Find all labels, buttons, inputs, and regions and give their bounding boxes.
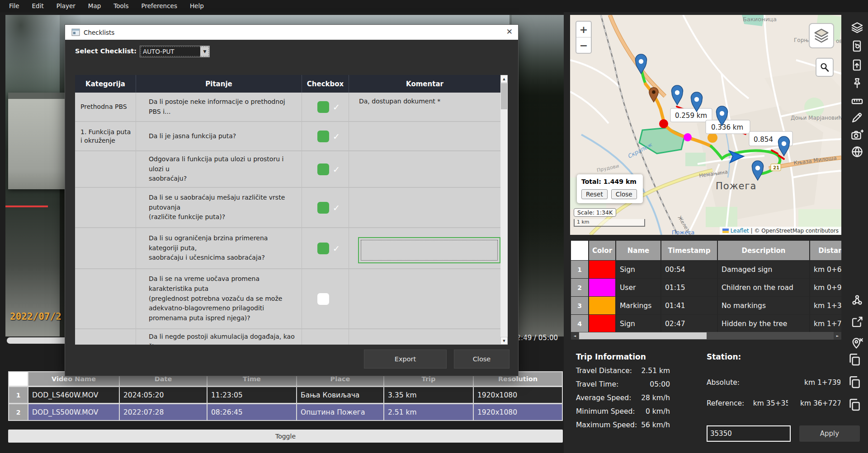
zoom-in-button[interactable]: + [576,22,591,37]
station-input[interactable]: 35350 [707,425,791,442]
copy-station-button[interactable] [848,353,861,366]
map-view[interactable]: Бакионица Горњ ов Доњи Марјановић Пожега… [570,15,841,235]
layers-tool-button[interactable] [850,20,864,35]
cell-timestamp[interactable]: 01:41 [661,297,717,314]
menu-player[interactable]: Player [50,0,82,12]
cell-description[interactable]: Damaged sign [718,261,809,278]
draw-tool-button[interactable] [850,110,864,125]
snapshot-button[interactable] [850,128,864,142]
event-row[interactable]: 4 Sign 02:47 Hidden by the tree km 1+73 [571,315,841,332]
checkbox[interactable] [317,163,329,175]
cell-timestamp[interactable]: 01:15 [661,279,717,296]
col-description[interactable]: Description [718,241,809,260]
cell-trip[interactable]: 3.35 km [384,387,474,403]
map-event-dot-red[interactable] [659,119,668,128]
video-row-2-selected[interactable]: 2 DOD_LS500W.MOV 2022:07:28 08:26:45 Опш… [9,404,562,420]
dialog-close-button[interactable]: Close [454,350,509,369]
open-external-button[interactable] [850,315,864,329]
copy-absolute-button[interactable] [848,375,861,389]
menu-tools[interactable]: Tools [107,0,135,12]
toggle-button[interactable]: Toggle [8,430,563,443]
col-color[interactable]: Color [589,241,615,260]
dialog-title-bar[interactable]: Checklists ✕ [65,25,518,40]
pin-tool-button[interactable] [850,76,864,90]
cell-komentar[interactable] [349,329,500,345]
event-row[interactable]: 1 Sign 00:54 Damaged sign km 0+60 [571,261,841,278]
cell-name[interactable]: Sign [616,315,660,332]
zoom-out-button[interactable]: − [576,37,591,53]
menu-file[interactable]: File [3,0,26,12]
col-timestamp[interactable]: Timestamp [661,241,717,260]
checklist-dropdown[interactable]: AUTO-PUT ▼ [140,46,210,57]
cell-timestamp[interactable]: 02:47 [661,315,717,332]
remove-marker-button[interactable] [850,336,864,350]
menu-help[interactable]: Help [184,0,210,12]
cell-place[interactable]: Општина Пожега [297,404,384,420]
menu-preferences[interactable]: Preferences [135,0,184,12]
cell-name[interactable]: Markings [616,297,660,314]
cell-description[interactable]: Children on the road [718,279,809,296]
export-button[interactable]: Export [364,350,447,369]
cell-resolution[interactable]: 1920x1080 [474,404,562,420]
share-button[interactable] [850,293,864,307]
route-close-button[interactable]: Close [611,189,637,199]
cell-video-name[interactable]: DOD_LS460W.MOV [28,387,120,403]
scrollbar-thumb[interactable] [501,83,507,109]
scrollbar-thumb[interactable] [579,332,707,339]
route-reset-button[interactable]: Reset [581,189,608,199]
comment-textarea[interactable] [358,237,500,263]
col-name[interactable]: Name [616,241,660,260]
scroll-right-icon[interactable]: ► [834,332,841,340]
cell-timestamp[interactable]: 00:54 [661,261,717,278]
leaflet-link[interactable]: Leaflet [731,228,749,234]
file-refresh-button[interactable] [850,39,864,53]
cell-distance[interactable]: km 0+60 [810,261,841,278]
cell-date[interactable]: 2022:07:28 [120,404,208,420]
checkbox[interactable] [317,131,329,142]
checkbox[interactable] [317,293,329,305]
map-layers-button[interactable] [809,23,834,48]
file-upload-button[interactable] [850,58,864,72]
checklist-scrollbar[interactable]: ▲ ▼ [500,75,508,345]
cell-komentar[interactable] [349,151,500,187]
cell-trip[interactable]: 2.51 km [384,404,474,420]
copy-reference-button[interactable] [848,398,861,411]
scroll-down-icon[interactable]: ▼ [500,337,508,345]
cell-distance[interactable]: km 1+33 [810,297,841,314]
menu-map[interactable]: Map [82,0,108,12]
col-distance[interactable]: Distance [810,241,841,260]
map-search-button[interactable] [816,58,834,77]
map-event-dot-magenta[interactable] [684,133,692,141]
measure-tool-button[interactable] [850,94,864,108]
cell-resolution[interactable]: 1920x1080 [474,387,562,403]
cell-video-name[interactable]: DOD_LS500W.MOV [28,404,120,420]
cell-place[interactable]: Бања Ковиљача [297,387,384,403]
checkbox[interactable] [317,101,329,113]
cell-distance[interactable]: km 1+73 [810,315,841,332]
video-row-1[interactable]: 1 DOD_LS460W.MOV 2024:05:20 11:23:05 Бањ… [9,387,562,403]
cell-komentar[interactable] [349,122,500,150]
event-row[interactable]: 2 User 01:15 Children on the road km 0+9… [571,279,841,296]
close-icon[interactable]: ✕ [506,27,513,36]
cell-name[interactable]: Sign [616,261,660,278]
cell-time[interactable]: 08:26:45 [208,404,297,420]
checkbox[interactable] [317,243,329,254]
cell-komentar[interactable] [349,188,500,227]
cell-komentar[interactable] [349,269,500,328]
cell-distance[interactable]: km 0+93 [810,279,841,296]
menu-edit[interactable]: Edit [26,0,50,12]
checkbox[interactable] [317,202,329,214]
cell-description[interactable]: No markings [718,297,809,314]
events-horizontal-scrollbar[interactable]: ◄ ► [571,332,841,340]
cell-time[interactable]: 11:23:05 [208,387,297,403]
cell-komentar[interactable]: Da, dostupan dokument * [349,93,500,121]
scroll-up-icon[interactable]: ▲ [500,75,508,83]
apply-button[interactable]: Apply [799,425,860,442]
cell-name[interactable]: User [616,279,660,296]
event-row[interactable]: 3 Markings 01:41 No markings km 1+33 [571,297,841,314]
scroll-left-icon[interactable]: ◄ [571,332,579,340]
web-map-button[interactable] [850,145,864,159]
osm-link[interactable]: © OpenStreetMap contributors [755,228,839,234]
cell-date[interactable]: 2024:05:20 [120,387,208,403]
cell-description[interactable]: Hidden by the tree [718,315,809,332]
